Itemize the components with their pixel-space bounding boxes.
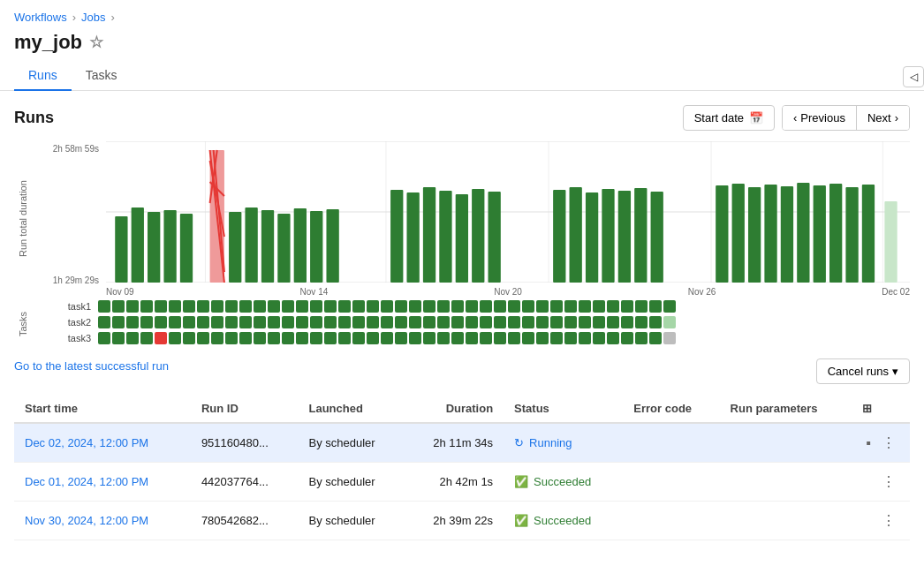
- svg-rect-21: [261, 210, 274, 283]
- svg-rect-27: [406, 192, 419, 283]
- start-date-button[interactable]: Start date 📅: [683, 105, 775, 131]
- col-start-time: Start time: [14, 395, 191, 423]
- main-content: Runs Start date 📅 ‹ Previous Next › Run …: [0, 91, 924, 555]
- task-dot: [508, 300, 520, 313]
- task-dot: [310, 316, 322, 328]
- more-options-icon[interactable]: ⋮: [878, 472, 899, 492]
- task-dot: [239, 300, 252, 313]
- task-dot: [564, 316, 577, 328]
- table-row: Dec 01, 2024, 12:00 PM 442037764... By s…: [14, 463, 910, 502]
- task-dot: [451, 332, 464, 344]
- task-dot: [169, 300, 181, 313]
- task-dot: [607, 300, 619, 313]
- task-dot: [183, 300, 195, 313]
- row3-actions: ⋮: [852, 502, 910, 540]
- row1-run-id: 951160480...: [191, 423, 299, 463]
- previous-button[interactable]: ‹ Previous: [783, 106, 857, 130]
- row2-start-time[interactable]: Dec 01, 2024, 12:00 PM: [25, 475, 148, 488]
- task-dot: [225, 332, 238, 344]
- task-row-task3: task3: [32, 332, 910, 344]
- svg-rect-40: [716, 185, 728, 283]
- x-label-dec02: Dec 02: [882, 287, 910, 297]
- task-dot: [310, 332, 322, 344]
- cancel-runs-button[interactable]: Cancel runs ▾: [816, 358, 910, 384]
- task-dot: [423, 300, 435, 313]
- table-row: Nov 30, 2024, 12:00 PM 780542682... By s…: [14, 502, 910, 540]
- start-date-label: Start date: [694, 111, 744, 124]
- row3-status: ✅ Succeeded: [504, 502, 623, 540]
- task-dot: [536, 332, 549, 344]
- col-status: Status: [504, 395, 623, 423]
- chart-svg: [106, 141, 910, 283]
- svg-rect-29: [439, 191, 451, 283]
- success-check-icon: ✅: [514, 514, 528, 527]
- task-dot: [607, 332, 619, 344]
- favorite-icon[interactable]: ☆: [89, 33, 103, 52]
- svg-rect-12: [180, 214, 193, 283]
- svg-rect-49: [862, 185, 875, 283]
- tab-runs[interactable]: Runs: [14, 61, 72, 91]
- task-dot: [140, 332, 153, 344]
- task-dot: [494, 332, 506, 344]
- svg-rect-31: [472, 189, 484, 283]
- task-dot: [381, 332, 393, 344]
- task-dot: [239, 332, 252, 344]
- task-dot: [367, 316, 379, 328]
- more-options-icon[interactable]: ⋮: [878, 510, 899, 531]
- svg-rect-9: [132, 208, 144, 283]
- row3-launched: By scheduler: [299, 502, 405, 540]
- task-dot: [282, 300, 294, 313]
- task-dot: [197, 300, 209, 313]
- task-dot: [352, 300, 365, 313]
- breadcrumb-jobs[interactable]: Jobs: [81, 11, 105, 24]
- task-dot: [140, 300, 153, 313]
- row3-start-time[interactable]: Nov 30, 2024, 12:00 PM: [25, 514, 148, 527]
- tab-tasks[interactable]: Tasks: [72, 61, 132, 91]
- task-dot: [550, 316, 563, 328]
- row3-run-id: 780542682...: [191, 502, 299, 540]
- tab-collapse-btn[interactable]: ◁: [903, 66, 924, 87]
- col-duration: Duration: [405, 395, 504, 423]
- task-dot: [395, 332, 407, 344]
- task-dot: [112, 332, 125, 344]
- svg-rect-45: [797, 183, 809, 283]
- task-dot: [466, 332, 478, 344]
- task-row-task2: task2: [32, 316, 910, 328]
- table-header: Start time Run ID Launched Duration Stat…: [14, 395, 910, 423]
- stop-icon[interactable]: ▪: [862, 434, 875, 453]
- task1-dots: [98, 300, 910, 313]
- svg-rect-50: [884, 201, 897, 283]
- task3-label: task3: [32, 333, 98, 343]
- svg-rect-11: [163, 210, 176, 283]
- task-dot: [211, 332, 223, 344]
- task-dot: [324, 332, 337, 344]
- svg-rect-19: [229, 212, 241, 283]
- task-dot: [635, 316, 648, 328]
- x-label-nov14: Nov 14: [300, 287, 329, 297]
- go-to-latest-link[interactable]: Go to the latest successful run: [14, 359, 169, 373]
- breadcrumb-workflows[interactable]: Workflows: [14, 11, 67, 24]
- runs-table: Start time Run ID Launched Duration Stat…: [14, 395, 910, 540]
- next-button[interactable]: Next ›: [857, 106, 909, 130]
- row3-error-code: [623, 502, 719, 540]
- task-dot: [254, 300, 266, 313]
- svg-rect-25: [326, 209, 338, 283]
- task-dot: [550, 332, 563, 344]
- task-dot-running: [663, 316, 676, 328]
- row2-error-code: [623, 463, 719, 502]
- col-settings[interactable]: ⊞: [852, 395, 910, 423]
- row1-launched: By scheduler: [299, 423, 405, 463]
- row1-start-time[interactable]: Dec 02, 2024, 12:00 PM: [25, 436, 148, 449]
- task-dot: [579, 316, 591, 328]
- more-options-icon[interactable]: ⋮: [878, 433, 899, 453]
- task-dot: [593, 332, 605, 344]
- chart-section: Run total duration 2h 58m 59s 1h 29m 29s: [14, 141, 910, 297]
- task-dot: [579, 332, 591, 344]
- svg-rect-34: [570, 187, 582, 283]
- columns-settings-icon[interactable]: ⊞: [862, 402, 872, 415]
- svg-rect-30: [456, 194, 468, 283]
- task-dot: [409, 316, 421, 328]
- task2-label: task2: [32, 317, 98, 328]
- page-title: my_job: [14, 31, 82, 54]
- task-dot: [211, 300, 223, 313]
